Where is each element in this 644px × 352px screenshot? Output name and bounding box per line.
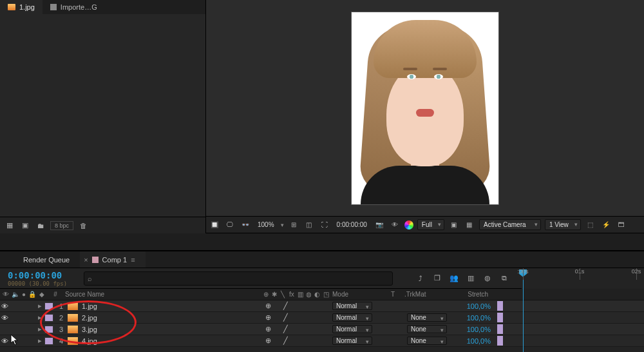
col-index[interactable]: # [48,291,62,298]
pixel-aspect-icon[interactable]: ⬚ [585,219,596,231]
grid-toggle-icon[interactable]: ⊞ [288,219,299,231]
col-source-name[interactable]: Source Name [62,291,262,298]
graph-editor-icon[interactable]: ⧉ [497,272,511,285]
layer-switches[interactable]: ⊕╱ [265,302,332,310]
comp-icon [92,257,99,263]
shy-icon[interactable]: 👥 [447,272,461,285]
viewer-time[interactable]: 0:00:00:00 [334,221,370,228]
blend-mode-select[interactable]: Normal [332,313,372,322]
layer-name[interactable]: 3.jpg [82,326,265,333]
blend-mode-select[interactable]: Normal [332,325,372,333]
interpret-footage-icon[interactable]: ▦ [4,220,15,231]
draft3d-icon[interactable]: ❒ [430,272,444,285]
project-tab-1jpg[interactable]: 1.jpg [0,0,43,14]
views-select[interactable]: 1 View [545,219,581,230]
layer-row[interactable]: ▸33.jpg⊕╱NormalNone100,0% [0,324,644,335]
layer-switches[interactable]: ⊕╱ [265,337,332,345]
layer-duration-bar[interactable] [497,336,503,346]
safe-zones-icon[interactable]: ⛶ [319,219,330,231]
project-tab-imported[interactable]: Importe…G [43,0,105,14]
stretch-value[interactable]: 100,0% [452,326,497,333]
tab-comp1[interactable]: × Comp 1 ≡ [80,251,145,268]
snapshot-icon[interactable]: 📷 [374,219,385,231]
layer-bar-track[interactable] [497,335,644,346]
label-color[interactable] [44,302,53,310]
layer-row[interactable]: 👁▸22.jpg⊕╱NormalNone100,0% [0,312,644,324]
chevron-down-icon[interactable]: ▾ [281,222,284,228]
new-comp-icon[interactable]: ▣ [19,220,31,231]
blend-mode-select[interactable]: Normal [332,337,372,345]
trkmat-select[interactable]: None [407,337,447,345]
image-file-icon [68,326,78,333]
guides-icon[interactable]: ◫ [303,219,315,231]
show-snapshot-icon[interactable]: 👁 [389,219,401,231]
trkmat-select[interactable]: None [407,325,447,333]
zoom-level[interactable]: 100% [255,221,277,228]
label-color[interactable] [44,314,53,322]
layer-row[interactable]: 👁▸44.jpg⊕╱NormalNone100,0% [0,335,644,347]
twirl-icon[interactable]: ▸ [35,337,44,345]
twirl-icon[interactable]: ▸ [35,325,44,333]
layer-search-input[interactable] [84,271,393,286]
twirl-icon[interactable]: ▸ [35,302,44,310]
layer-index: 3 [55,326,68,333]
current-timecode[interactable]: 0:00:00:00 [8,270,84,280]
label-color[interactable] [44,326,53,333]
layer-duration-bar[interactable] [497,301,503,311]
channel-icon[interactable]: 🖵 [224,219,236,231]
stretch-value[interactable]: 100,0% [452,314,497,322]
new-folder-icon[interactable]: 🖿 [35,220,46,231]
layer-name[interactable]: 1.jpg [82,302,265,310]
stretch-value[interactable]: 100,0% [452,337,497,345]
layer-switches[interactable]: ⊕╱ [265,325,332,333]
search-icon: ⌕ [88,275,92,282]
layer-name[interactable]: 4.jpg [82,337,265,345]
twirl-icon[interactable]: ▸ [35,313,44,322]
col-stretch[interactable]: Stretch [450,291,495,298]
col-trkmat[interactable]: .TrkMat [404,291,450,298]
solo-column-icon[interactable]: ● [22,291,26,298]
video-column-icon[interactable]: 👁 [3,291,9,298]
motion-blur-icon[interactable]: ◍ [480,272,495,285]
project-tab-bar: 1.jpg Importe…G [0,0,205,14]
composition-view[interactable] [206,0,644,216]
color-management-icon[interactable] [404,220,413,230]
visibility-toggle[interactable]: 👁 [0,302,9,310]
comp-mini-flow-icon[interactable]: ⤴ [413,272,428,285]
timeline-sync-icon[interactable]: 🗔 [616,219,627,231]
transparency-icon[interactable]: ▦ [464,219,475,231]
blend-mode-select[interactable]: Normal [332,302,372,310]
col-t[interactable]: T [381,291,404,298]
project-bpc[interactable]: 8 bpc [50,221,73,230]
layer-bar-track[interactable] [497,312,644,323]
frame-blend-icon[interactable]: ▥ [464,272,478,285]
close-tab-icon[interactable]: × [84,256,88,264]
layer-duration-bar[interactable] [497,313,503,322]
layer-name[interactable]: 2.jpg [82,314,265,322]
layer-bar-track[interactable] [497,324,644,335]
layer-row[interactable]: 👁▸11.jpg⊕╱Normal100,0% [0,300,644,312]
layer-bar-track[interactable] [497,300,644,311]
fast-previews-icon[interactable]: ⚡ [600,219,612,231]
camera-select[interactable]: Active Camera [479,219,541,230]
col-mode[interactable]: Mode [330,291,381,298]
layer-switches[interactable]: ⊕╱ [265,313,332,322]
mask-icon[interactable]: 👓 [240,219,251,231]
time-ruler[interactable]: :00s 01s 02s [522,268,644,289]
roi-icon[interactable]: ▣ [448,219,460,231]
tab-menu-icon[interactable]: ≡ [131,256,135,264]
visibility-toggle[interactable]: 👁 [0,337,9,345]
delete-icon[interactable]: 🗑 [77,220,89,231]
label-column-icon[interactable]: ◆ [38,291,46,298]
magnify-icon[interactable]: 🔲 [209,219,220,231]
resolution-select[interactable]: Full [417,219,444,230]
trkmat-select[interactable]: None [407,313,447,322]
quality-switch-icon: ╲ [279,291,287,298]
layer-duration-bar[interactable] [497,324,503,334]
audio-column-icon[interactable]: 🔈 [12,291,19,298]
stretch-value[interactable]: 100,0% [452,302,497,310]
label-color[interactable] [44,337,53,345]
layer-list: 👁▸11.jpg⊕╱Normal100,0%👁▸22.jpg⊕╱NormalNo… [0,300,644,352]
visibility-toggle[interactable]: 👁 [0,314,9,322]
tab-render-queue[interactable]: Render Queue [13,251,80,268]
